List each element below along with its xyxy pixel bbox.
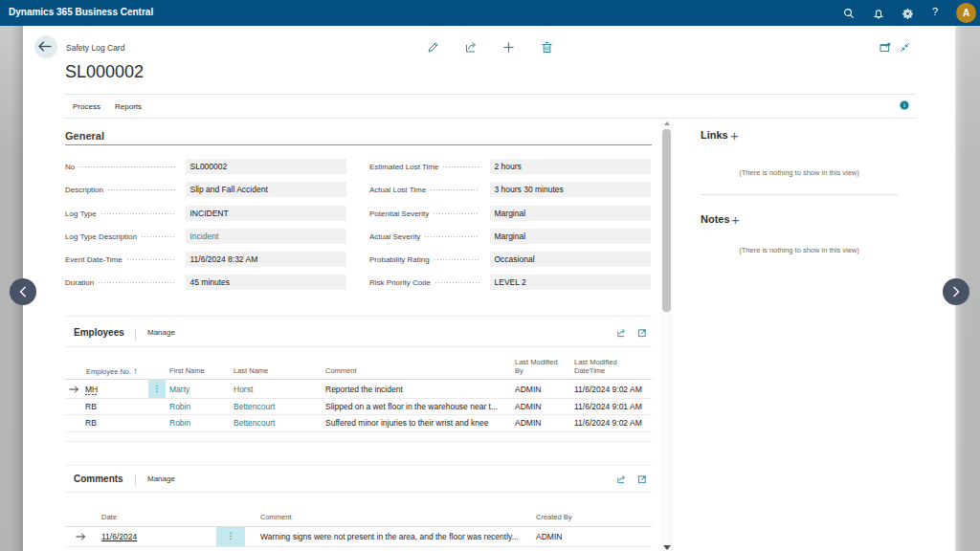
- svg-text:i: i: [903, 101, 905, 109]
